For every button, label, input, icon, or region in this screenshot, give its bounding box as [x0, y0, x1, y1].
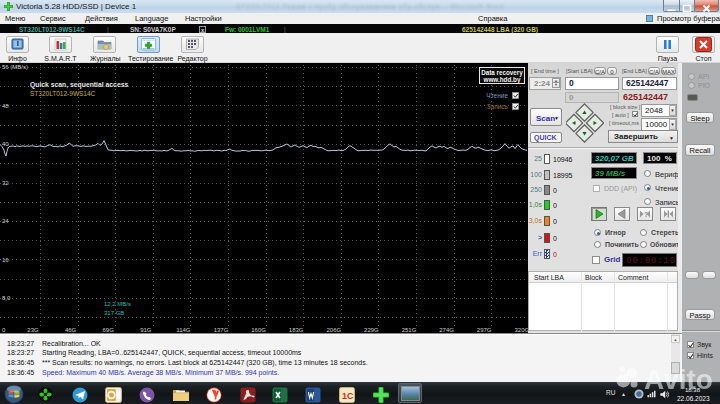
svg-text:1C: 1C: [342, 391, 354, 401]
svg-text:56 (MB/s): 56 (MB/s): [2, 64, 28, 70]
svg-text:Quick scan, sequential access: Quick scan, sequential access: [30, 81, 128, 89]
svg-text:48: 48: [2, 103, 9, 109]
svg-text:24: 24: [2, 218, 9, 224]
svg-text:16: 16: [2, 257, 9, 263]
svg-text:Запись: Запись: [487, 103, 509, 110]
svg-text:40: 40: [2, 141, 9, 147]
svg-text:8,0: 8,0: [2, 295, 11, 301]
svg-text:www.hdd.by: www.hdd.by: [483, 76, 521, 84]
svg-text:317 GB: 317 GB: [104, 310, 124, 316]
svg-text:Чтение: Чтение: [486, 92, 508, 99]
svg-text:ST320LT012-9WS14C: ST320LT012-9WS14C: [30, 90, 96, 97]
svg-text:12,2 MB/s: 12,2 MB/s: [104, 301, 131, 307]
svg-text:32: 32: [2, 180, 9, 186]
svg-text:Avito: Avito: [644, 364, 713, 395]
